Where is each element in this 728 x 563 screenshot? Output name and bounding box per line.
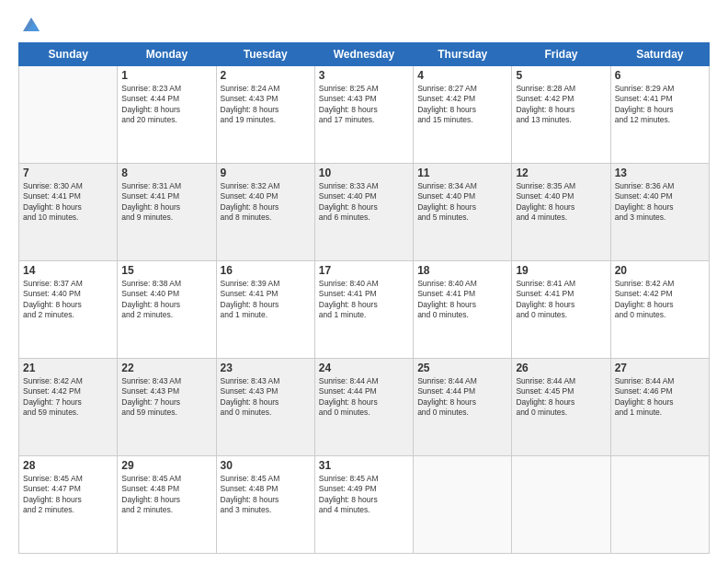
header [18,15,710,35]
calendar-cell: 16Sunrise: 8:39 AM Sunset: 4:41 PM Dayli… [216,261,314,359]
logo [18,18,41,35]
calendar-cell: 22Sunrise: 8:43 AM Sunset: 4:43 PM Dayli… [118,359,216,456]
day-number: 10 [319,167,409,179]
calendar-cell: 24Sunrise: 8:44 AM Sunset: 4:44 PM Dayli… [314,359,413,456]
calendar-cell: 14Sunrise: 8:37 AM Sunset: 4:40 PM Dayli… [19,261,118,359]
calendar-cell: 8Sunrise: 8:31 AM Sunset: 4:41 PM Daylig… [118,164,216,261]
day-number: 6 [615,69,705,82]
day-info: Sunrise: 8:31 AM Sunset: 4:41 PM Dayligh… [121,181,211,224]
weekday-header: Wednesday [314,43,413,66]
day-number: 23 [221,362,311,374]
day-info: Sunrise: 8:45 AM Sunset: 4:48 PM Dayligh… [121,474,211,516]
day-info: Sunrise: 8:30 AM Sunset: 4:41 PM Dayligh… [23,181,113,224]
calendar-week-row: 28Sunrise: 8:45 AM Sunset: 4:47 PM Dayli… [19,456,710,554]
day-info: Sunrise: 8:29 AM Sunset: 4:41 PM Dayligh… [615,84,705,126]
calendar-week-row: 21Sunrise: 8:42 AM Sunset: 4:42 PM Dayli… [19,359,710,456]
calendar-cell: 17Sunrise: 8:40 AM Sunset: 4:41 PM Dayli… [314,261,413,359]
day-info: Sunrise: 8:25 AM Sunset: 4:43 PM Dayligh… [319,84,409,126]
day-info: Sunrise: 8:44 AM Sunset: 4:45 PM Dayligh… [516,376,606,419]
day-number: 7 [23,167,113,179]
day-number: 14 [23,264,113,277]
day-number: 22 [121,362,211,374]
day-info: Sunrise: 8:43 AM Sunset: 4:43 PM Dayligh… [121,376,211,419]
day-number: 30 [221,459,311,472]
day-number: 21 [23,362,113,374]
day-number: 9 [221,167,311,179]
day-info: Sunrise: 8:44 AM Sunset: 4:44 PM Dayligh… [319,376,409,419]
day-info: Sunrise: 8:41 AM Sunset: 4:41 PM Dayligh… [516,279,606,321]
calendar-cell [512,456,610,554]
day-number: 12 [516,167,606,179]
calendar-cell: 13Sunrise: 8:36 AM Sunset: 4:40 PM Dayli… [610,164,709,261]
calendar-cell: 18Sunrise: 8:40 AM Sunset: 4:41 PM Dayli… [414,261,512,359]
calendar-cell: 29Sunrise: 8:45 AM Sunset: 4:48 PM Dayli… [118,456,216,554]
calendar-cell: 19Sunrise: 8:41 AM Sunset: 4:41 PM Dayli… [512,261,610,359]
calendar-cell: 25Sunrise: 8:44 AM Sunset: 4:44 PM Dayli… [414,359,512,456]
day-number: 5 [516,69,606,82]
calendar-cell: 1Sunrise: 8:23 AM Sunset: 4:44 PM Daylig… [118,66,216,164]
day-number: 18 [417,264,507,277]
calendar-week-row: 1Sunrise: 8:23 AM Sunset: 4:44 PM Daylig… [19,66,710,164]
day-info: Sunrise: 8:23 AM Sunset: 4:44 PM Dayligh… [121,84,211,126]
day-info: Sunrise: 8:32 AM Sunset: 4:40 PM Dayligh… [221,181,311,224]
calendar-cell: 20Sunrise: 8:42 AM Sunset: 4:42 PM Dayli… [610,261,709,359]
day-number: 25 [417,362,507,374]
weekday-header-row: SundayMondayTuesdayWednesdayThursdayFrid… [19,43,710,66]
day-info: Sunrise: 8:37 AM Sunset: 4:40 PM Dayligh… [23,279,113,321]
calendar-cell: 3Sunrise: 8:25 AM Sunset: 4:43 PM Daylig… [314,66,413,164]
day-number: 15 [121,264,211,277]
page: SundayMondayTuesdayWednesdayThursdayFrid… [0,0,728,563]
day-info: Sunrise: 8:33 AM Sunset: 4:40 PM Dayligh… [319,181,409,224]
calendar-cell: 28Sunrise: 8:45 AM Sunset: 4:47 PM Dayli… [19,456,118,554]
calendar-cell [610,456,709,554]
weekday-header: Tuesday [216,43,314,66]
day-number: 28 [23,459,113,472]
day-info: Sunrise: 8:36 AM Sunset: 4:40 PM Dayligh… [615,181,705,224]
calendar-cell: 27Sunrise: 8:44 AM Sunset: 4:46 PM Dayli… [610,359,709,456]
day-number: 1 [121,69,211,82]
day-number: 27 [615,362,705,374]
calendar-cell: 4Sunrise: 8:27 AM Sunset: 4:42 PM Daylig… [414,66,512,164]
calendar-week-row: 14Sunrise: 8:37 AM Sunset: 4:40 PM Dayli… [19,261,710,359]
calendar-cell: 12Sunrise: 8:35 AM Sunset: 4:40 PM Dayli… [512,164,610,261]
day-info: Sunrise: 8:42 AM Sunset: 4:42 PM Dayligh… [23,376,113,419]
weekday-header: Monday [118,43,216,66]
day-info: Sunrise: 8:43 AM Sunset: 4:43 PM Dayligh… [221,376,311,419]
day-info: Sunrise: 8:40 AM Sunset: 4:41 PM Dayligh… [319,279,409,321]
day-info: Sunrise: 8:42 AM Sunset: 4:42 PM Dayligh… [615,279,705,321]
day-info: Sunrise: 8:35 AM Sunset: 4:40 PM Dayligh… [516,181,606,224]
weekday-header: Sunday [19,43,118,66]
day-number: 16 [221,264,311,277]
weekday-header: Friday [512,43,610,66]
day-info: Sunrise: 8:40 AM Sunset: 4:41 PM Dayligh… [417,279,507,321]
calendar-cell: 15Sunrise: 8:38 AM Sunset: 4:40 PM Dayli… [118,261,216,359]
day-number: 2 [221,69,311,82]
day-info: Sunrise: 8:34 AM Sunset: 4:40 PM Dayligh… [417,181,507,224]
calendar-table: SundayMondayTuesdayWednesdayThursdayFrid… [18,42,710,554]
calendar-cell: 30Sunrise: 8:45 AM Sunset: 4:48 PM Dayli… [216,456,314,554]
calendar-cell: 6Sunrise: 8:29 AM Sunset: 4:41 PM Daylig… [610,66,709,164]
day-number: 8 [121,167,211,179]
calendar-cell [414,456,512,554]
day-info: Sunrise: 8:45 AM Sunset: 4:47 PM Dayligh… [23,474,113,516]
day-number: 3 [319,69,409,82]
day-info: Sunrise: 8:44 AM Sunset: 4:44 PM Dayligh… [417,376,507,419]
day-info: Sunrise: 8:24 AM Sunset: 4:43 PM Dayligh… [221,84,311,126]
day-number: 11 [417,167,507,179]
weekday-header: Saturday [610,43,709,66]
day-info: Sunrise: 8:45 AM Sunset: 4:49 PM Dayligh… [319,474,409,516]
calendar-week-row: 7Sunrise: 8:30 AM Sunset: 4:41 PM Daylig… [19,164,710,261]
calendar-cell: 10Sunrise: 8:33 AM Sunset: 4:40 PM Dayli… [314,164,413,261]
day-number: 31 [319,459,409,472]
day-info: Sunrise: 8:27 AM Sunset: 4:42 PM Dayligh… [417,84,507,126]
calendar-cell: 21Sunrise: 8:42 AM Sunset: 4:42 PM Dayli… [19,359,118,456]
weekday-header: Thursday [414,43,512,66]
day-number: 26 [516,362,606,374]
day-number: 13 [615,167,705,179]
calendar-cell: 23Sunrise: 8:43 AM Sunset: 4:43 PM Dayli… [216,359,314,456]
calendar-cell: 7Sunrise: 8:30 AM Sunset: 4:41 PM Daylig… [19,164,118,261]
calendar-cell: 26Sunrise: 8:44 AM Sunset: 4:45 PM Dayli… [512,359,610,456]
calendar-cell: 11Sunrise: 8:34 AM Sunset: 4:40 PM Dayli… [414,164,512,261]
day-info: Sunrise: 8:45 AM Sunset: 4:48 PM Dayligh… [221,474,311,516]
day-info: Sunrise: 8:44 AM Sunset: 4:46 PM Dayligh… [615,376,705,419]
